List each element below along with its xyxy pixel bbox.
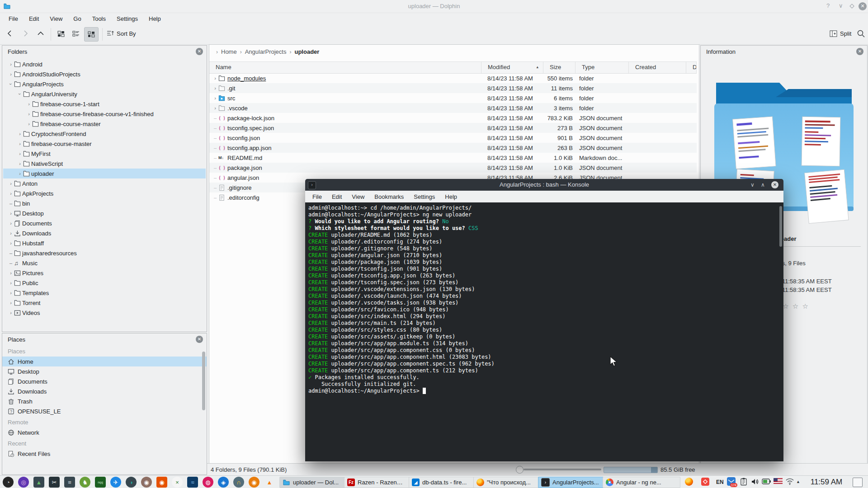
konsole-menu-item-view[interactable]: View [347, 192, 369, 202]
places-item-downloads[interactable]: Downloads [2, 386, 207, 396]
details-view-button[interactable] [84, 27, 99, 42]
expander-icon[interactable]: › [8, 230, 14, 236]
table-row-node_modules[interactable]: ›node_modules8/14/23 11:58 AM550 itemsfo… [209, 73, 697, 83]
tree-item-firebase-course-master[interactable]: ›firebase-course-master [3, 119, 206, 129]
column-header-modified[interactable]: Modified▴ [481, 62, 543, 73]
tree-item-templates[interactable]: ›Templates [3, 288, 206, 298]
green-x-app-launcher-icon[interactable]: × [172, 477, 183, 488]
expander-icon[interactable]: › [8, 211, 14, 216]
expander-icon[interactable]: › [17, 161, 23, 166]
expander-icon[interactable]: › [17, 141, 23, 146]
places-item-documents[interactable]: Documents [2, 376, 207, 386]
table-row-package.json[interactable]: –( )package.json8/14/23 11:58 AM1.0 KiBJ… [209, 163, 697, 173]
tree-item-myfirst[interactable]: ›MyFirst [3, 149, 206, 159]
spectacle-launcher-icon[interactable]: ✂ [49, 477, 60, 488]
tree-item-videos[interactable]: ›Videos [3, 308, 206, 318]
zoom-slider-handle[interactable] [516, 466, 524, 474]
tree-item-uploader[interactable]: ›uploader [3, 169, 206, 178]
tree-item-public[interactable]: ›Public [3, 278, 206, 288]
tor-browser-launcher-icon[interactable]: ◎ [18, 477, 29, 488]
expander-icon[interactable]: › [26, 121, 32, 127]
menu-item-settings[interactable]: Settings [112, 14, 143, 23]
task-button-firefox[interactable]: "Что происход... [473, 477, 542, 488]
konsole-menu-item-help[interactable]: Help [440, 192, 462, 202]
orange-eye-app-launcher-icon[interactable]: ◉ [156, 477, 167, 488]
task-button-filezilla[interactable]: FzRazen - Razen@... [344, 477, 413, 488]
breadcrumb-item-home[interactable]: Home [221, 48, 237, 55]
expander-icon[interactable]: › [8, 280, 14, 286]
compact-view-button[interactable] [69, 27, 83, 41]
blender-launcher-icon[interactable]: ◉ [249, 477, 259, 488]
tree-item-apkprojects[interactable]: ›ApkProjects [3, 188, 206, 198]
sort-by-button[interactable]: Sort By [117, 30, 136, 37]
table-row-tsconfig.spec.json[interactable]: –( )tsconfig.spec.json8/14/23 11:58 AM27… [209, 123, 697, 133]
folders-panel-close-icon[interactable]: ✕ [196, 48, 203, 55]
close-icon[interactable]: ✕ [859, 2, 867, 10]
tree-item-cryptochestfrontend[interactable]: ›CryptochestFrontend [3, 129, 206, 139]
table-row-src[interactable]: ›src8/14/23 11:58 AM6 itemsfolder [209, 93, 697, 103]
vlc-launcher-icon[interactable]: ▲ [264, 477, 275, 488]
pink-app-launcher-icon[interactable]: ◍ [203, 477, 213, 488]
tree-item-music[interactable]: –♫Music [3, 258, 206, 268]
photo-app-launcher-icon[interactable]: ▲ [33, 477, 44, 488]
tree-item-anton[interactable]: ›Anton [3, 178, 206, 188]
qbittorrent-launcher-icon[interactable]: ◈ [218, 477, 229, 488]
konsole-close-icon[interactable]: ✕ [771, 181, 778, 188]
split-button[interactable]: Split [840, 30, 851, 37]
places-item-recent-files[interactable]: Recent Files [2, 449, 207, 459]
up-icon[interactable] [36, 29, 45, 39]
dark-blue-app-launcher-icon[interactable]: ≈ [187, 477, 198, 488]
expander-icon[interactable]: › [212, 85, 218, 91]
maximize-icon[interactable] [849, 3, 854, 10]
task-button-vscode[interactable]: ◢db-data.ts - fire... [409, 477, 478, 488]
tree-item-firebase-course-1-start[interactable]: ›firebase-course-1-start [3, 99, 206, 109]
column-header-type[interactable]: Type [576, 62, 629, 73]
table-header[interactable]: NameModified▴SizeTypeCreatedDu [209, 61, 697, 74]
konsole-menu-item-file[interactable]: File [308, 192, 326, 202]
terminal[interactable]: admin@localhost:~> cd /home/admin/Angula… [305, 202, 783, 461]
show-desktop-button[interactable] [853, 478, 863, 487]
column-header-du[interactable]: Du [686, 62, 697, 73]
breadcrumb-item-uploader[interactable]: uploader [294, 48, 319, 55]
breadcrumb[interactable]: ›Home›AngularProjects›uploader [213, 48, 319, 55]
column-header-size[interactable]: Size [543, 62, 576, 73]
teal-ring-app-launcher-icon[interactable]: ◑ [126, 477, 137, 488]
expander-icon[interactable]: › [8, 240, 14, 246]
places-item-opensuse_le[interactable]: ?OPENSUSE_LE [2, 406, 207, 416]
us-flag-tray-icon[interactable] [774, 478, 783, 484]
expander-icon[interactable]: › [17, 131, 23, 136]
menu-item-go[interactable]: Go [68, 14, 86, 23]
places-panel-close-icon[interactable]: ✕ [196, 336, 203, 343]
konsole-menu-item-bookmarks[interactable]: Bookmarks [370, 192, 408, 202]
split-icon[interactable] [830, 30, 838, 39]
sort-icon[interactable] [107, 30, 114, 39]
column-header-name[interactable]: Name [209, 62, 481, 73]
mail-tray-icon[interactable]: 174 [727, 477, 736, 486]
column-header-created[interactable]: Created [629, 62, 686, 73]
expander-icon[interactable]: › [8, 191, 14, 196]
keyboard-layout-indicator[interactable]: EN [716, 479, 724, 485]
places-item-home[interactable]: Home [2, 357, 207, 366]
tree-item-torrent[interactable]: ›Torrent [3, 298, 206, 308]
table-row-package-lock.json[interactable]: –( )package-lock.json8/14/23 11:58 AM783… [209, 113, 697, 123]
wifi-tray-icon[interactable] [785, 477, 794, 487]
konsole-minimize-icon[interactable]: ∨ [750, 182, 755, 188]
expander-icon[interactable]: › [8, 71, 14, 77]
menu-item-tools[interactable]: Tools [87, 14, 111, 23]
expander-icon[interactable]: › [8, 300, 14, 305]
konsole-titlebar[interactable]: › AngularProjects : bash — Konsole ∨ ∧ ✕ [305, 179, 783, 191]
places-scrollbar[interactable] [202, 352, 205, 410]
menu-item-file[interactable]: File [4, 14, 23, 23]
breadcrumb-item-angularprojects[interactable]: AngularProjects [245, 48, 287, 55]
forward-icon[interactable] [21, 29, 30, 39]
tree-item-desktop[interactable]: ›Desktop [3, 208, 206, 218]
tree-item-firebase-course-firebase-course-v1-finished[interactable]: ›firebase-course-firebase-course-v1-fini… [3, 109, 206, 119]
tree-item-downloads[interactable]: ›Downloads [3, 228, 206, 238]
table-row-.git[interactable]: ›.git8/14/23 11:58 AM11 itemsfolder [209, 83, 697, 93]
battery-tray-icon[interactable] [762, 478, 771, 486]
tree-item-bin[interactable]: –bin [3, 198, 206, 208]
places-item-trash[interactable]: Trash [2, 396, 207, 406]
minimize-icon[interactable]: ∨ [839, 2, 843, 9]
expander-icon[interactable]: › [212, 95, 218, 101]
taskbar-clock[interactable]: 11:59 AM [804, 478, 849, 487]
